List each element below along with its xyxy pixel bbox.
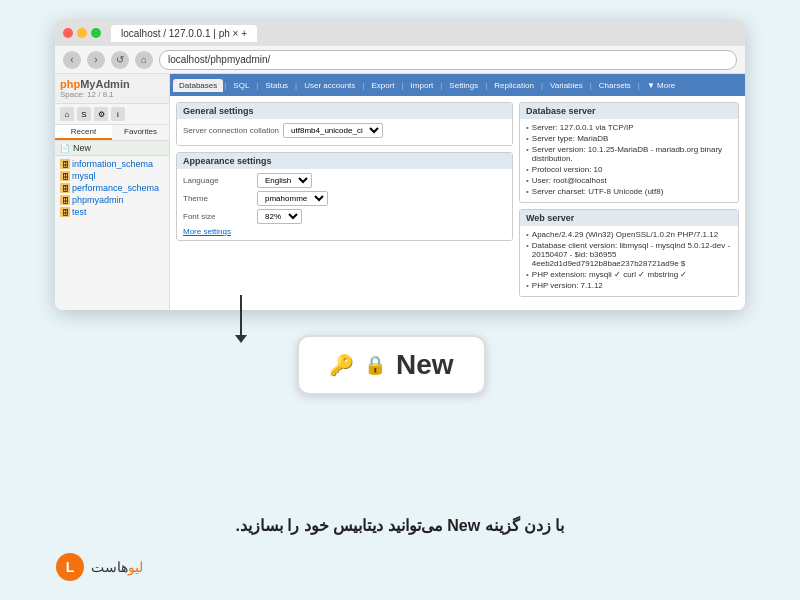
pma-favorites-tab[interactable]: Favorites [112, 125, 169, 140]
db-item-phpmyadmin[interactable]: 🗄 phpmyadmin [60, 194, 164, 206]
close-window-button[interactable] [63, 28, 73, 38]
nav-tab-user-accounts[interactable]: User accounts [298, 79, 361, 92]
general-settings-panel: General settings Server connection colla… [176, 102, 513, 146]
pma-recent-favs: Recent Favorites [55, 125, 169, 141]
db-name: test [72, 207, 87, 217]
address-text: localhost/phpmyadmin/ [168, 54, 270, 65]
web-server-body: Apache/2.4.29 (Win32) OpenSSL/1.0.2n PHP… [520, 226, 738, 296]
pma-logo-text: phpMyAdmin [60, 78, 164, 90]
connector [235, 295, 247, 343]
pma-sidebar: phpMyAdmin Space: 12 / 8.1 ⌂ S ⚙ i Recen… [55, 74, 170, 310]
nav-tab-replication[interactable]: Replication [488, 79, 540, 92]
db-item-information-schema[interactable]: 🗄 information_schema [60, 158, 164, 170]
database-server-header: Database server [520, 103, 738, 119]
browser-content: phpMyAdmin Space: 12 / 8.1 ⌂ S ⚙ i Recen… [55, 74, 745, 310]
db-server-info-4: Protocol version: 10 [526, 165, 732, 174]
collation-row: Server connection collation utf8mb4_unic… [183, 123, 506, 138]
pma-logo: phpMyAdmin Space: 12 / 8.1 [55, 74, 169, 104]
refresh-button[interactable]: ↺ [111, 51, 129, 69]
web-server-header: Web server [520, 210, 738, 226]
language-row: Language English [183, 173, 506, 188]
db-name: information_schema [72, 159, 153, 169]
theme-label: Theme [183, 194, 253, 203]
nav-tab-status[interactable]: Status [259, 79, 294, 92]
nav-tab-charsets[interactable]: Charsets [593, 79, 637, 92]
back-button[interactable]: ‹ [63, 51, 81, 69]
home-button[interactable]: ⌂ [135, 51, 153, 69]
pma-left-panels: General settings Server connection colla… [176, 102, 513, 304]
theme-select[interactable]: pmahomme [257, 191, 328, 206]
nav-tab-export[interactable]: Export [365, 79, 400, 92]
key-icon: 🔑 [329, 353, 354, 377]
minimize-window-button[interactable] [77, 28, 87, 38]
pma-nav-icon-sql[interactable]: S [77, 107, 91, 121]
nav-sep: | [256, 81, 258, 90]
db-name: performance_schema [72, 183, 159, 193]
language-select[interactable]: English [257, 173, 312, 188]
pma-new-label: New [73, 143, 91, 153]
pma-main: Databases | SQL | Status | User accounts… [170, 74, 745, 310]
forward-button[interactable]: › [87, 51, 105, 69]
collation-label: Server connection collation [183, 126, 279, 135]
connector-arrow [235, 335, 247, 343]
pma-top-nav: Databases | SQL | Status | User accounts… [170, 74, 745, 96]
nav-sep: | [485, 81, 487, 90]
new-button-text: New [396, 349, 454, 381]
nav-tab-settings[interactable]: Settings [443, 79, 484, 92]
collation-select[interactable]: utf8mb4_unicode_ci [283, 123, 383, 138]
pma-nav-icon-settings[interactable]: ⚙ [94, 107, 108, 121]
nav-sep: | [362, 81, 364, 90]
db-server-info-5: User: root@localhost [526, 176, 732, 185]
browser-window: localhost / 127.0.0.1 | ph × + ‹ › ↺ ⌂ l… [55, 20, 745, 310]
pma-new-icon: 📄 [60, 144, 70, 153]
language-label: Language [183, 176, 253, 185]
pma-new-button[interactable]: 📄 New [55, 141, 169, 156]
nav-tab-import[interactable]: Import [405, 79, 440, 92]
pma-recent-tab[interactable]: Recent [55, 125, 112, 140]
db-icon: 🗄 [60, 171, 70, 181]
nav-sep: | [402, 81, 404, 90]
db-item-test[interactable]: 🗄 test [60, 206, 164, 218]
nav-tab-more[interactable]: ▼ More [641, 79, 681, 92]
nav-sep: | [541, 81, 543, 90]
web-server-panel: Web server Apache/2.4.29 (Win32) OpenSSL… [519, 209, 739, 297]
browser-tab[interactable]: localhost / 127.0.0.1 | ph × + [111, 25, 257, 42]
appearance-settings-header: Appearance settings [177, 153, 512, 169]
pma-right-panels: Database server Server: 127.0.0.1 via TC… [519, 102, 739, 304]
nav-tab-databases[interactable]: Databases [173, 79, 223, 92]
svg-text:L: L [66, 559, 75, 575]
pma-nav-icon-home[interactable]: ⌂ [60, 107, 74, 121]
fontsize-select[interactable]: 82% [257, 209, 302, 224]
web-server-info-2: Database client version: libmysql - mysq… [526, 241, 732, 268]
pma-nav-icon-info[interactable]: i [111, 107, 125, 121]
db-name: phpmyadmin [72, 195, 124, 205]
new-button-highlight[interactable]: 🔑 🔒 New [297, 335, 486, 395]
db-icon: 🗄 [60, 183, 70, 193]
bottom-logo: L لیوهاست [55, 552, 143, 582]
db-icon: 🗄 [60, 207, 70, 217]
db-server-info-2: Server type: MariaDB [526, 134, 732, 143]
db-name: mysql [72, 171, 96, 181]
fontsize-row: Font size 82% [183, 209, 506, 224]
fontsize-label: Font size [183, 212, 253, 221]
logo-text: لیوهاست [91, 559, 143, 575]
nav-tab-sql[interactable]: SQL [227, 79, 255, 92]
browser-toolbar: ‹ › ↺ ⌂ localhost/phpmyadmin/ [55, 46, 745, 74]
more-settings-link[interactable]: More settings [183, 227, 506, 236]
db-icon: 🗄 [60, 195, 70, 205]
address-bar[interactable]: localhost/phpmyadmin/ [159, 50, 737, 70]
appearance-settings-body: Language English Theme pmahomme [177, 169, 512, 240]
bottom-instruction-text: با زدن گزینه New می‌توانید دیتابیس خود ر… [55, 516, 745, 535]
lock-icon: 🔒 [364, 354, 386, 376]
pma-panels: General settings Server connection colla… [170, 96, 745, 310]
theme-row: Theme pmahomme [183, 191, 506, 206]
web-server-info-3: PHP extension: mysqli ✓ curl ✓ mbstring … [526, 270, 732, 279]
nav-sep: | [590, 81, 592, 90]
db-item-performance-schema[interactable]: 🗄 performance_schema [60, 182, 164, 194]
db-item-mysql[interactable]: 🗄 mysql [60, 170, 164, 182]
nav-tab-variables[interactable]: Variables [544, 79, 589, 92]
db-server-info-6: Server charset: UTF-8 Unicode (utf8) [526, 187, 732, 196]
pma-db-list: 🗄 information_schema 🗄 mysql 🗄 performan… [55, 156, 169, 220]
browser-titlebar: localhost / 127.0.0.1 | ph × + [55, 20, 745, 46]
maximize-window-button[interactable] [91, 28, 101, 38]
